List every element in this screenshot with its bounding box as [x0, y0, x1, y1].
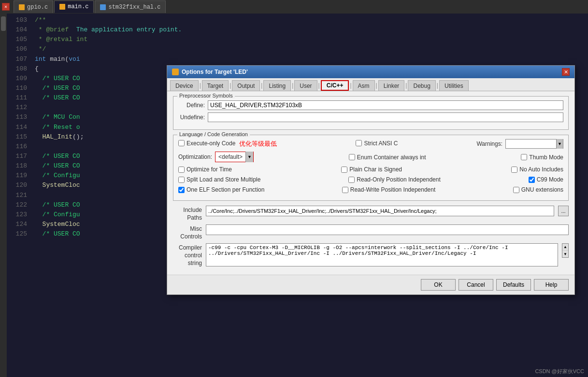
warnings-row: Warnings: ▼ — [476, 139, 563, 149]
tab-bar: ✕ gpio.c main.c stm32f1xx_hal.c — [0, 0, 588, 14]
vertical-scrollbar[interactable] — [0, 14, 7, 377]
no-auto-includes-label: No Auto Includes — [519, 166, 563, 173]
enum-container-row: Enum Container always int — [349, 154, 426, 161]
opt-for-time-row: Optimize for Time — [178, 166, 232, 173]
no-auto-includes-checkbox[interactable] — [511, 167, 517, 173]
optimization-value: <default> — [215, 154, 245, 160]
line-numbers: 103 104 105 106 107 108 109 110 111 112 … — [7, 14, 31, 377]
code-gen-group: Language / Code Generation Execute-only … — [173, 135, 569, 201]
ok-button[interactable]: OK — [421, 279, 456, 291]
no-auto-includes-row: No Auto Includes — [511, 166, 563, 173]
gnu-ext-checkbox[interactable] — [513, 187, 519, 193]
c99-mode-checkbox[interactable] — [529, 177, 535, 183]
gnu-ext-row: GNU extensions — [513, 186, 563, 193]
tab-hal[interactable]: stm32f1xx_hal.c — [95, 0, 166, 13]
optimization-select[interactable]: <default> ▼ — [215, 152, 254, 162]
warnings-label: Warnings: — [476, 140, 502, 147]
thumb-mode-label: Thumb Mode — [529, 154, 563, 161]
define-row: Define: — [178, 100, 563, 110]
split-load-row: Split Load and Store Multiple — [178, 176, 260, 183]
define-label: Define: — [178, 102, 205, 109]
opt-for-time-checkbox[interactable] — [178, 167, 185, 173]
tab-label-gpio: gpio.c — [27, 4, 48, 11]
split-load-checkbox[interactable] — [178, 177, 185, 183]
plain-char-row: Plain Char is Signed — [341, 166, 402, 173]
tab-label-main: main.c — [68, 3, 88, 10]
rw-pos-row: Read-Write Position Independent — [342, 186, 436, 193]
c99-mode-label: C99 Mode — [537, 176, 563, 183]
tab-icon-main — [59, 4, 65, 10]
dialog-body: Preprocessor Symbols Define: Undefine: L… — [167, 91, 574, 275]
strict-ansi-label: Strict ANSI C — [364, 140, 398, 147]
readonly-pos-row: Read-Only Position Independent — [348, 176, 440, 183]
thumb-mode-checkbox[interactable] — [521, 154, 527, 160]
options-dialog: Options for Target 'LED' ✕ Device | Targ… — [167, 65, 575, 295]
exec-only-checkbox[interactable] — [178, 140, 185, 146]
compiler-control-label: Compilercontrolstring — [173, 243, 202, 267]
undefine-label: Undefine: — [178, 114, 205, 121]
misc-controls-label: MiscControls — [173, 224, 202, 240]
preprocessor-group-label: Preprocessor Symbols — [177, 93, 235, 98]
readonly-pos-label: Read-Only Position Independent — [357, 176, 440, 183]
dialog-close-button[interactable]: ✕ — [562, 68, 570, 76]
c99-mode-row: C99 Mode — [529, 176, 563, 183]
misc-controls-input[interactable] — [206, 224, 569, 235]
tab-linker[interactable]: Linker — [378, 80, 405, 91]
exec-only-row: Execute-only Code — [178, 140, 235, 147]
enum-container-checkbox[interactable] — [349, 154, 355, 160]
tab-debug[interactable]: Debug — [408, 80, 435, 91]
code-gen-group-label: Language / Code Generation — [177, 131, 250, 137]
dialog-title-icon — [172, 69, 179, 75]
tab-output[interactable]: Output — [232, 80, 260, 91]
compiler-scroll-up[interactable]: ▲ — [562, 244, 568, 251]
undefine-row: Undefine: — [178, 112, 563, 122]
dialog-title: Options for Target 'LED' — [172, 69, 248, 75]
help-button[interactable]: Help — [534, 279, 569, 291]
compiler-control-input[interactable]: -c99 -c -cpu Cortex-M3 -D__MICROLIB -g -… — [206, 243, 558, 266]
include-paths-input[interactable]: ../Core/Inc;../Drivers/STM32F1xx_HAL_Dri… — [206, 206, 554, 216]
misc-controls-row: MiscControls — [173, 224, 569, 240]
readonly-pos-checkbox[interactable] — [348, 177, 355, 183]
close-editor-button[interactable]: ✕ — [2, 3, 10, 11]
tab-target[interactable]: Target — [202, 80, 229, 91]
defaults-button[interactable]: Defaults — [496, 279, 531, 291]
tab-asm[interactable]: Asm — [353, 80, 375, 91]
tab-cplusplus[interactable]: C/C++ — [321, 80, 349, 91]
warnings-select[interactable]: ▼ — [505, 139, 563, 149]
tab-utilities[interactable]: Utilities — [439, 80, 469, 91]
include-paths-browse-btn[interactable]: ... — [558, 206, 569, 216]
one-elf-label: One ELF Section per Function — [186, 186, 264, 193]
tab-gpio[interactable]: gpio.c — [14, 0, 53, 13]
rw-pos-checkbox[interactable] — [342, 187, 348, 193]
scroll-thumb — [1, 16, 6, 31]
tab-label-hal: stm32f1xx_hal.c — [108, 4, 160, 11]
dialog-title-text: Options for Target 'LED' — [182, 69, 248, 75]
dialog-titlebar: Options for Target 'LED' ✕ — [167, 66, 574, 78]
one-elf-row: One ELF Section per Function — [178, 186, 264, 193]
dialog-tab-strip: Device | Target | Output | Listing | Use… — [167, 78, 574, 91]
strict-ansi-checkbox[interactable] — [356, 140, 362, 146]
optimization-row: Optimization: <default> ▼ — [178, 152, 254, 162]
preprocessor-group: Preprocessor Symbols Define: Undefine: — [173, 96, 569, 130]
optimization-dropdown-btn[interactable]: ▼ — [245, 152, 253, 162]
tab-icon-hal — [100, 4, 106, 10]
warnings-dropdown-btn[interactable]: ▼ — [556, 139, 563, 149]
plain-char-checkbox[interactable] — [341, 167, 347, 173]
opt-annotation: 优化等级最低 — [239, 140, 277, 148]
watermark: CSDN @好家伙VCC — [535, 368, 584, 375]
tab-main[interactable]: main.c — [54, 0, 94, 13]
compiler-scroll-down[interactable]: ▼ — [562, 251, 568, 257]
split-load-label: Split Load and Store Multiple — [186, 176, 260, 183]
one-elf-checkbox[interactable] — [178, 187, 185, 193]
define-input[interactable] — [208, 100, 563, 110]
include-paths-row: IncludePaths ../Core/Inc;../Drivers/STM3… — [173, 206, 569, 222]
tab-user[interactable]: User — [294, 80, 317, 91]
undefine-input[interactable] — [208, 112, 563, 122]
tab-device[interactable]: Device — [170, 80, 199, 91]
rw-pos-label: Read-Write Position Independent — [350, 186, 436, 193]
tab-listing[interactable]: Listing — [263, 80, 291, 91]
dialog-footer: OK Cancel Defaults Help — [167, 275, 574, 294]
enum-container-label: Enum Container always int — [357, 154, 426, 161]
cancel-button[interactable]: Cancel — [459, 279, 493, 291]
thumb-mode-row: Thumb Mode — [521, 154, 563, 161]
